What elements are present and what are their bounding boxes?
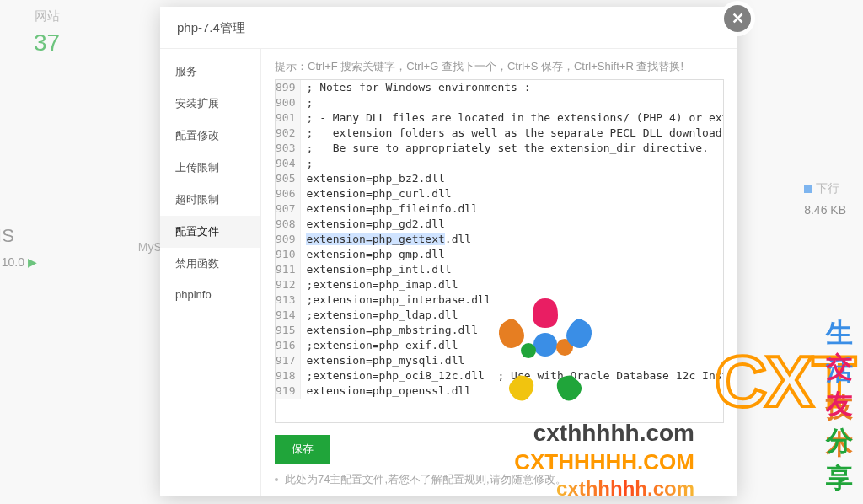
note-text: 此处为74主配置文件,若您不了解配置规则,请勿随意修改。 [285, 472, 566, 487]
config-note: 此处为74主配置文件,若您不了解配置规则,请勿随意修改。 [275, 472, 724, 496]
sidebar-item-3[interactable]: 上传限制 [160, 152, 260, 184]
line-gutter: 899 900 901 902 903 904 905 906 907 908 … [276, 80, 301, 399]
sidebar-item-4[interactable]: 超时限制 [160, 184, 260, 216]
close-button[interactable]: ✕ [724, 5, 751, 32]
php-manage-modal: ✕ php-7.4管理 服务安装扩展配置修改上传限制超时限制配置文件禁用函数ph… [160, 7, 737, 496]
code-content[interactable]: ; Notes for Windows environments : ; ; -… [301, 80, 723, 399]
close-icon: ✕ [732, 11, 744, 26]
modal-title: php-7.4管理 [160, 7, 737, 49]
sidebar-item-7[interactable]: phpinfo [160, 280, 260, 309]
sidebar-item-5[interactable]: 配置文件 [160, 216, 260, 248]
sidebar-item-2[interactable]: 配置修改 [160, 120, 260, 152]
sidebar-item-0[interactable]: 服务 [160, 56, 260, 88]
bullet-icon [275, 478, 278, 481]
config-editor-panel: 提示：Ctrl+F 搜索关键字，Ctrl+G 查找下一个，Ctrl+S 保存，C… [261, 49, 737, 496]
sidebar: 服务安装扩展配置修改上传限制超时限制配置文件禁用函数phpinfo [160, 49, 261, 496]
editor-hint: 提示：Ctrl+F 搜索关键字，Ctrl+G 查找下一个，Ctrl+S 保存，C… [275, 59, 724, 74]
code-editor[interactable]: 899 900 901 902 903 904 905 906 907 908 … [275, 79, 724, 423]
sidebar-item-1[interactable]: 安装扩展 [160, 88, 260, 120]
sidebar-item-6[interactable]: 禁用函数 [160, 248, 260, 280]
save-button[interactable]: 保存 [275, 435, 330, 464]
